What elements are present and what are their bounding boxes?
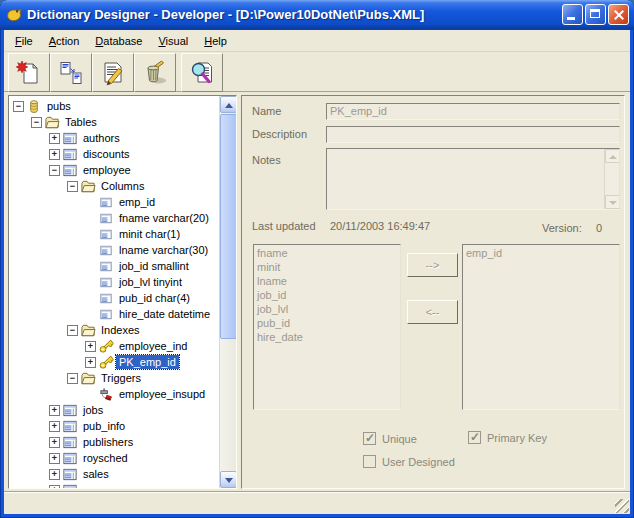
plus-expander[interactable]: + <box>49 149 60 160</box>
tree-item-employee[interactable]: − employee <box>9 162 219 178</box>
trigger-icon <box>98 387 114 402</box>
close-button[interactable] <box>608 4 629 25</box>
minus-expander[interactable]: − <box>67 181 78 192</box>
tree-item-tables[interactable]: − Tables <box>9 114 219 130</box>
tree-item-indexes[interactable]: − Indexes <box>9 322 219 338</box>
plus-expander[interactable]: + <box>85 357 96 368</box>
menu-action[interactable]: Action <box>41 32 88 50</box>
tree-item-employee_insupd[interactable]: employee_insupd <box>9 386 219 402</box>
delete-item-button[interactable] <box>134 53 176 92</box>
minus-expander[interactable]: − <box>67 373 78 384</box>
menu-visual[interactable]: Visual <box>150 32 196 50</box>
column-icon <box>98 307 114 322</box>
add-column-button[interactable]: --> <box>407 253 458 277</box>
edit-item-button[interactable] <box>92 53 134 92</box>
list-item[interactable]: job_lvl <box>254 302 400 316</box>
key-icon <box>98 339 114 354</box>
tree-item-hire_date[interactable]: hire_date datetime <box>9 306 219 322</box>
tree-item-pk_emp_id[interactable]: + PK_emp_id <box>9 354 219 370</box>
plus-expander[interactable]: + <box>49 133 60 144</box>
tree-item-job_id[interactable]: job_id smallint <box>9 258 219 274</box>
scrollbar-thumb[interactable] <box>220 114 237 339</box>
tree-item-lname[interactable]: lname varchar(30) <box>9 242 219 258</box>
checkbox-unique[interactable]: Unique <box>363 432 417 445</box>
tree-item-publishers[interactable]: + publishers <box>9 434 219 450</box>
preview-item-button[interactable] <box>181 53 223 92</box>
tree-item-job_lvl[interactable]: job_lvl tinyint <box>9 274 219 290</box>
plus-expander[interactable]: + <box>49 421 60 432</box>
folder-icon <box>80 323 96 338</box>
list-item[interactable]: emp_id <box>463 246 619 260</box>
key-icon <box>98 355 114 370</box>
title-bar: Dictionary Designer - Developer - [D:\Po… <box>0 0 634 30</box>
checkbox-box[interactable] <box>363 455 376 468</box>
menu-help[interactable]: Help <box>196 32 235 50</box>
minus-expander[interactable]: − <box>49 165 60 176</box>
checkbox-user-designed[interactable]: User Designed <box>363 455 455 468</box>
index-columns-list[interactable]: emp_id <box>462 244 620 410</box>
tree-item-pub_info[interactable]: + pub_info <box>9 418 219 434</box>
minimize-button[interactable] <box>562 4 583 25</box>
tree-item-employee_ind[interactable]: + employee_ind <box>9 338 219 354</box>
menu-file[interactable]: File <box>7 32 41 50</box>
tree-item-pubs[interactable]: − pubs <box>9 98 219 114</box>
notes-scroll-down-button[interactable] <box>605 195 620 209</box>
minus-expander[interactable]: − <box>31 117 42 128</box>
tree-item-authors[interactable]: + authors <box>9 130 219 146</box>
scroll-down-button[interactable] <box>220 471 237 488</box>
table-icon <box>62 147 78 162</box>
tree-item-roysched[interactable]: + roysched <box>9 450 219 466</box>
tree-item-triggers[interactable]: − Triggers <box>9 370 219 386</box>
tree-row[interactable]: + <box>9 482 219 488</box>
resize-grip-icon[interactable] <box>615 499 629 513</box>
database-tree: − pubs − Tables + authors + discounts − … <box>8 95 237 489</box>
list-item[interactable]: hire_date <box>254 330 400 344</box>
table-icon <box>62 419 78 434</box>
available-columns-list[interactable]: fnameminitlnamejob_idjob_lvlpub_idhire_d… <box>253 244 401 410</box>
tree-item-discounts[interactable]: + discounts <box>9 146 219 162</box>
description-input[interactable] <box>326 126 620 143</box>
checkbox-box[interactable] <box>468 431 481 444</box>
tree-item-emp_id[interactable]: emp_id <box>9 194 219 210</box>
plus-expander[interactable]: + <box>49 485 60 489</box>
tree-item-minit[interactable]: minit char(1) <box>9 226 219 242</box>
app-icon <box>6 6 23 22</box>
scroll-up-button[interactable] <box>220 96 237 113</box>
minus-expander[interactable]: − <box>13 101 24 112</box>
last-updated-value: 20/11/2003 16:49:47 <box>330 220 430 232</box>
list-item[interactable]: minit <box>254 260 400 274</box>
list-item[interactable]: pub_id <box>254 316 400 330</box>
notes-scrollbar[interactable] <box>604 149 619 209</box>
notes-input[interactable] <box>326 148 620 210</box>
maximize-button[interactable] <box>585 4 606 25</box>
notes-scroll-up-button[interactable] <box>605 149 620 163</box>
list-item[interactable]: fname <box>254 246 400 260</box>
list-item[interactable]: lname <box>254 274 400 288</box>
arrow-down-icon <box>225 478 233 483</box>
delete-document-icon <box>142 60 168 86</box>
menu-database[interactable]: Database <box>87 32 150 50</box>
name-input[interactable]: PK_emp_id <box>326 103 620 120</box>
checkbox-box[interactable] <box>363 432 376 445</box>
tree-scrollbar[interactable] <box>219 96 236 488</box>
remove-column-button[interactable]: <-- <box>407 300 458 324</box>
minus-expander[interactable]: − <box>67 325 78 336</box>
plus-expander[interactable]: + <box>49 437 60 448</box>
tree-item-sales[interactable]: + sales <box>9 466 219 482</box>
checkbox-primary-key[interactable]: Primary Key <box>468 431 547 444</box>
tree-item-fname[interactable]: fname varchar(20) <box>9 210 219 226</box>
folder-icon <box>80 371 96 386</box>
tree-item-jobs[interactable]: + jobs <box>9 402 219 418</box>
plus-expander[interactable]: + <box>49 453 60 464</box>
plus-expander[interactable]: + <box>49 405 60 416</box>
tree-item-pub_id[interactable]: pub_id char(4) <box>9 290 219 306</box>
tree-item-columns[interactable]: − Columns <box>9 178 219 194</box>
new-item-button[interactable] <box>8 53 50 92</box>
copy-document-icon <box>58 60 84 86</box>
plus-expander[interactable]: + <box>85 341 96 352</box>
column-icon <box>98 259 114 274</box>
list-item[interactable]: job_id <box>254 288 400 302</box>
column-icon <box>98 227 114 242</box>
plus-expander[interactable]: + <box>49 469 60 480</box>
copy-item-button[interactable] <box>50 53 92 92</box>
